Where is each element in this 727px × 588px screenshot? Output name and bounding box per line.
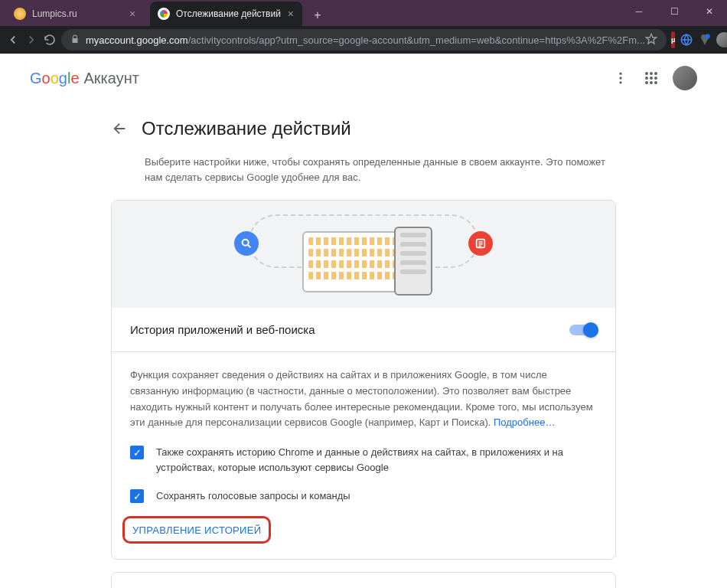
manage-history-link[interactable]: УПРАВЛЕНИЕ ИСТОРИЕЙ — [132, 524, 261, 536]
svg-point-13 — [654, 77, 657, 80]
highlight-ring: УПРАВЛЕНИЕ ИСТОРИЕЙ — [122, 516, 271, 544]
hero-illustration — [112, 201, 615, 308]
page-content[interactable]: Google Аккаунт Отслеживание действий Выб… — [0, 54, 727, 588]
activity-description: Функция сохраняет сведения о действиях н… — [130, 368, 597, 431]
bookmark-star-icon[interactable] — [645, 33, 657, 47]
svg-point-10 — [654, 72, 657, 75]
svg-point-17 — [243, 240, 249, 246]
all-settings-card: ВСЕ НАСТРОЙКИ ОТСЛЕЖИВАНИЯ — [111, 572, 616, 588]
google-logo: Google — [30, 70, 80, 87]
svg-point-14 — [645, 81, 648, 84]
forward-button[interactable] — [24, 29, 38, 51]
voice-checkbox[interactable]: ✓ — [130, 489, 144, 503]
back-arrow-button[interactable] — [111, 119, 129, 138]
browser-tab-1[interactable]: Lumpics.ru × — [6, 2, 144, 26]
reload-button[interactable] — [43, 29, 57, 51]
google-account-header: Google Аккаунт — [11, 54, 716, 103]
svg-point-1 — [706, 34, 710, 39]
back-button[interactable] — [6, 29, 20, 51]
svg-point-16 — [654, 81, 657, 84]
tab-favicon — [14, 8, 26, 20]
learn-more-link[interactable]: Подробнее… — [494, 416, 555, 428]
extension-icon-2[interactable] — [680, 31, 693, 48]
voice-label: Сохранять голосовые запросы и команды — [156, 488, 350, 504]
svg-point-12 — [650, 77, 653, 80]
tab-favicon — [158, 8, 170, 20]
minimize-button[interactable]: ─ — [621, 0, 657, 23]
feed-badge-icon — [468, 231, 493, 256]
svg-point-7 — [619, 81, 621, 83]
browser-addressbar: myaccount.google.com/activitycontrols/ap… — [0, 26, 727, 54]
user-avatar[interactable] — [673, 66, 697, 90]
maximize-button[interactable]: ☐ — [657, 0, 692, 23]
close-icon[interactable]: × — [127, 8, 138, 19]
chrome-history-checkbox[interactable]: ✓ — [130, 446, 144, 459]
svg-point-15 — [650, 81, 653, 84]
search-badge-icon — [234, 231, 259, 256]
account-word: Аккаунт — [84, 70, 139, 87]
svg-point-5 — [619, 73, 621, 75]
svg-point-8 — [645, 72, 648, 75]
extension-icon-1[interactable]: μ — [671, 31, 676, 48]
chrome-history-label: Также сохранять историю Chrome и данные … — [156, 445, 597, 475]
svg-point-11 — [645, 77, 648, 80]
browser-tab-2[interactable]: Отслеживание действий × — [150, 2, 302, 26]
svg-point-9 — [650, 72, 653, 75]
profile-avatar-icon[interactable] — [716, 31, 727, 48]
url-text: myaccount.google.com/activitycontrols/ap… — [86, 34, 645, 46]
close-button[interactable]: ✕ — [692, 0, 727, 23]
activity-toggle[interactable] — [569, 325, 597, 335]
extension-icon-3[interactable] — [698, 31, 712, 48]
browser-titlebar: Lumpics.ru × Отслеживание действий × + ─… — [0, 0, 727, 26]
page-title: Отслеживание действий — [142, 118, 351, 139]
tab-title: Отслеживание действий — [176, 8, 281, 19]
lock-icon — [70, 34, 80, 46]
apps-grid-icon[interactable] — [642, 69, 660, 87]
new-tab-button[interactable]: + — [307, 5, 328, 26]
more-menu-icon[interactable] — [611, 69, 630, 87]
activity-card: История приложений и веб-поиска Функция … — [111, 200, 616, 560]
url-field[interactable]: myaccount.google.com/activitycontrols/ap… — [61, 29, 667, 51]
activity-title: История приложений и веб-поиска — [130, 323, 315, 336]
intro-text: Выберите настройки ниже, чтобы сохранять… — [145, 155, 616, 185]
tab-title: Lumpics.ru — [32, 8, 122, 19]
close-icon[interactable]: × — [285, 8, 296, 19]
svg-point-6 — [619, 77, 621, 79]
